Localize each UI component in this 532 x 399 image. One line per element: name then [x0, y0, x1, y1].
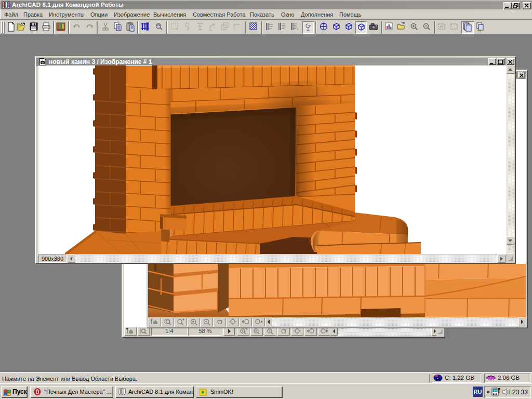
- svg-text:*: *: [437, 377, 438, 381]
